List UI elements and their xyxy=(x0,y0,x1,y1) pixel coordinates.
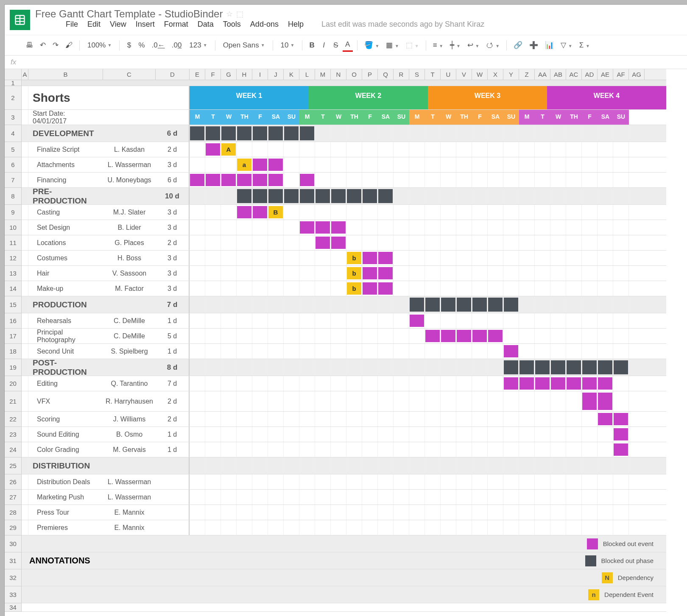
row-4[interactable]: 4 xyxy=(5,125,22,142)
halign-icon[interactable]: ≡ ▼ xyxy=(430,39,446,51)
row-13[interactable]: 13 xyxy=(5,266,22,281)
rotate-icon[interactable]: ⭯ ▼ xyxy=(483,39,502,51)
row-14[interactable]: 14 xyxy=(5,281,22,296)
valign-icon[interactable]: ┿ ▼ xyxy=(447,39,463,51)
comment-icon[interactable]: ➕ xyxy=(527,39,541,51)
col-X[interactable]: X xyxy=(488,69,503,80)
col-I[interactable]: I xyxy=(252,69,268,80)
col-T[interactable]: T xyxy=(425,69,441,80)
move-folder-icon[interactable]: ⬚ xyxy=(236,9,243,19)
row-3[interactable]: 3 xyxy=(5,110,22,125)
link-icon[interactable]: 🔗 xyxy=(511,39,525,51)
col-Y[interactable]: Y xyxy=(503,69,519,80)
row-31[interactable]: 31 xyxy=(5,552,22,569)
col-AF[interactable]: AF xyxy=(613,69,629,80)
col-H[interactable]: H xyxy=(237,69,252,80)
menu-add-ons[interactable]: Add-ons xyxy=(250,20,279,29)
menu-view[interactable]: View xyxy=(110,20,126,29)
col-R[interactable]: R xyxy=(394,69,409,80)
col-AG[interactable]: AG xyxy=(629,69,645,80)
row-21[interactable]: 21 xyxy=(5,391,22,412)
col-G[interactable]: G xyxy=(221,69,237,80)
col-P[interactable]: P xyxy=(362,69,378,80)
col-AC[interactable]: AC xyxy=(566,69,582,80)
row-8[interactable]: 8 xyxy=(5,188,22,205)
col-Q[interactable]: Q xyxy=(378,69,394,80)
col-J[interactable]: J xyxy=(268,69,284,80)
filter-icon[interactable]: ▽ ▼ xyxy=(558,39,575,51)
zoom-combo[interactable]: 100%▼ xyxy=(84,39,115,51)
fontsize-combo[interactable]: 10 ▼ xyxy=(277,39,298,51)
row-32[interactable]: 32 xyxy=(5,569,22,586)
paint-format-icon[interactable]: 🖌 xyxy=(63,39,75,51)
col-AD[interactable]: AD xyxy=(582,69,598,80)
menu-help[interactable]: Help xyxy=(288,20,304,29)
menu-edit[interactable]: Edit xyxy=(87,20,101,29)
bold-icon[interactable]: B xyxy=(307,39,317,51)
row-19[interactable]: 19 xyxy=(5,359,22,376)
menu-tools[interactable]: Tools xyxy=(223,20,241,29)
strike-icon[interactable]: S xyxy=(331,39,341,51)
col-M[interactable]: M xyxy=(315,69,331,80)
row-28[interactable]: 28 xyxy=(5,505,22,520)
fx-input[interactable] xyxy=(25,59,685,65)
row-9[interactable]: 9 xyxy=(5,205,22,220)
dec-increase-icon[interactable]: .00 xyxy=(169,39,184,51)
row-2[interactable]: 2 xyxy=(5,86,22,110)
col-F[interactable]: F xyxy=(205,69,221,80)
currency-icon[interactable]: $ xyxy=(124,39,134,51)
col-K[interactable]: K xyxy=(284,69,299,80)
functions-icon[interactable]: Σ ▼ xyxy=(577,39,592,51)
row-30[interactable]: 30 xyxy=(5,535,22,552)
dec-decrease-icon[interactable]: .0← xyxy=(149,39,168,51)
row-12[interactable]: 12 xyxy=(5,251,22,266)
col-E[interactable]: E xyxy=(190,69,205,80)
row-29[interactable]: 29 xyxy=(5,520,22,535)
italic-icon[interactable]: I xyxy=(319,39,329,51)
sheets-logo-icon[interactable] xyxy=(10,10,30,30)
row-17[interactable]: 17 xyxy=(5,329,22,344)
star-icon[interactable]: ☆ xyxy=(226,9,233,19)
col-B[interactable]: B xyxy=(28,69,103,80)
doc-title[interactable]: Free Gantt Chart Template - StudioBinder xyxy=(35,8,223,20)
row-27[interactable]: 27 xyxy=(5,490,22,505)
menu-format[interactable]: Format xyxy=(164,20,188,29)
row-1[interactable]: 1 xyxy=(5,80,22,86)
col-N[interactable]: N xyxy=(331,69,346,80)
col-A[interactable]: A xyxy=(22,69,28,80)
row-11[interactable]: 11 xyxy=(5,235,22,251)
col-AE[interactable]: AE xyxy=(598,69,613,80)
row-16[interactable]: 16 xyxy=(5,313,22,329)
row-20[interactable]: 20 xyxy=(5,376,22,391)
row-24[interactable]: 24 xyxy=(5,442,22,457)
font-combo[interactable]: Open Sans ▼ xyxy=(220,39,268,51)
number-format-combo[interactable]: 123 ▼ xyxy=(186,39,210,51)
select-all-corner[interactable] xyxy=(5,69,22,80)
col-C[interactable]: C xyxy=(103,69,156,80)
merge-icon[interactable]: ⬚ ▼ xyxy=(403,39,422,51)
undo-icon[interactable]: ↶ xyxy=(37,39,48,51)
row-15[interactable]: 15 xyxy=(5,296,22,313)
col-Z[interactable]: Z xyxy=(519,69,535,80)
row-23[interactable]: 23 xyxy=(5,427,22,442)
redo-icon[interactable]: ↷ xyxy=(50,39,61,51)
col-W[interactable]: W xyxy=(472,69,488,80)
fillcolor-icon[interactable]: 🪣 ▼ xyxy=(362,39,382,51)
col-U[interactable]: U xyxy=(441,69,456,80)
col-O[interactable]: O xyxy=(346,69,362,80)
percent-icon[interactable]: % xyxy=(136,39,147,51)
row-10[interactable]: 10 xyxy=(5,220,22,235)
menu-data[interactable]: Data xyxy=(198,20,214,29)
menu-insert[interactable]: Insert xyxy=(136,20,155,29)
row-34[interactable]: 34 xyxy=(5,603,22,612)
borders-icon[interactable]: ▦ ▼ xyxy=(383,39,402,51)
col-AA[interactable]: AA xyxy=(535,69,550,80)
col-V[interactable]: V xyxy=(456,69,472,80)
chart-icon[interactable]: 📊 xyxy=(542,39,556,51)
row-25[interactable]: 25 xyxy=(5,457,22,474)
wrap-icon[interactable]: ↩ ▼ xyxy=(465,39,482,51)
row-6[interactable]: 6 xyxy=(5,157,22,173)
print-icon[interactable]: 🖶 xyxy=(23,39,36,51)
row-26[interactable]: 26 xyxy=(5,474,22,490)
row-7[interactable]: 7 xyxy=(5,173,22,188)
